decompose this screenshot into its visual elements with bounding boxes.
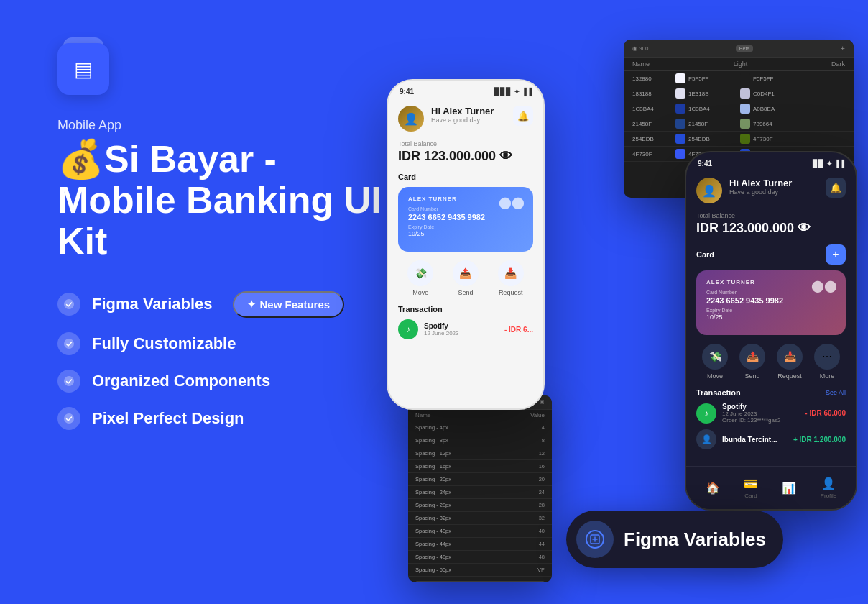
bell-icon-light[interactable]: 🔔: [513, 106, 533, 126]
send-label-dark: Send: [744, 372, 760, 380]
greeting-row-light: 👤 Hi Alex Turner Have a good day 🔔: [398, 106, 533, 132]
card-number-dark: 2243 6652 9435 9982: [706, 296, 836, 305]
move-label-dark: Move: [707, 372, 723, 380]
var-row-7: Spacing - 28px28: [408, 499, 552, 512]
home-icon-dark: 🏠: [706, 481, 720, 495]
transaction-title-light: Transaction: [398, 305, 533, 314]
balance-amount-dark: IDR 123.000.000 👁: [696, 221, 846, 236]
bottom-nav-dark: 🏠 💳 Card 📊 👤 Profile: [686, 466, 856, 509]
svg-point-3: [64, 413, 74, 424]
spotify-icon-dark: ♪: [696, 403, 716, 424]
nav-home-dark[interactable]: 🏠: [706, 481, 720, 495]
action-send-dark[interactable]: 📤 Send: [739, 344, 765, 380]
time-dark: 9:41: [698, 160, 712, 168]
svg-point-0: [64, 299, 74, 309]
phone-dark-content: 👤 Hi Alex Turner Have a good day 🔔 Total…: [686, 172, 856, 461]
check-icon-1: [63, 298, 75, 310]
feature-item-organized: Organized Components: [57, 370, 402, 393]
transaction-name-spotify-dark: Spotify: [722, 403, 805, 411]
action-send-light[interactable]: 📤 Send: [453, 260, 479, 296]
nav-card-dark[interactable]: 💳 Card: [744, 477, 758, 499]
quick-actions-dark: 💸 Move 📤 Send 📥 Request ⋯ More: [696, 344, 846, 380]
balance-label-dark: Total Balance: [696, 212, 846, 219]
action-move-dark[interactable]: 💸 Move: [702, 344, 728, 380]
signal-light: ▊▊▊ ✦ ▐▐: [494, 88, 532, 96]
nav-profile-dark[interactable]: 👤 Profile: [821, 477, 837, 499]
card-section-header-light: Card: [398, 173, 533, 181]
card-number-light: 2243 6652 9435 9982: [408, 213, 523, 221]
figma-row-2: 183188 1E318B C0D4F1: [624, 86, 854, 101]
card-expiry-label-dark: Expiry Date: [706, 308, 836, 313]
card-expiry-label-light: Expiry Date: [408, 224, 523, 229]
transaction-header-dark: Transaction See All: [696, 388, 846, 397]
figma-col-dark: Dark: [831, 60, 845, 68]
app-title-line3: Kit: [57, 220, 107, 262]
check-icon-2: [63, 338, 75, 349]
card-section-header-dark: Card +: [696, 244, 846, 265]
more-label-dark: More: [820, 372, 835, 380]
feature-item-figma-variables: Figma Variables ✦ New Features: [57, 291, 402, 318]
create-variable-btn[interactable]: Create variable: [415, 581, 545, 582]
transaction-amount-ibunda-dark: + IDR 1.200.000: [793, 436, 846, 444]
var-row-1: Spacing - 4px4: [408, 421, 552, 434]
action-move-light[interactable]: 💸 Move: [407, 260, 433, 296]
action-more-dark[interactable]: ⋯ More: [814, 344, 840, 380]
action-request-light[interactable]: 📥 Request: [498, 260, 524, 296]
var-row-9: Spacing - 40px40: [408, 525, 552, 538]
phone-light-content: 👤 Hi Alex Turner Have a good day 🔔 Total…: [388, 100, 543, 351]
transaction-order-spotify-dark: Order ID: 123*****gas2: [722, 417, 805, 424]
check-circle-1: [57, 293, 80, 316]
spotify-icon-light: ♪: [398, 319, 418, 339]
var-row-2: Spacing - 8px8: [408, 434, 552, 447]
variables-col-value: Value: [530, 412, 545, 418]
check-circle-2: [57, 332, 80, 355]
action-request-dark[interactable]: 📥 Request: [777, 344, 803, 380]
send-label-light: Send: [458, 289, 473, 296]
greeting-text-light: Hi Alex Turner Have a good day: [431, 106, 513, 124]
history-icon-dark: 📊: [782, 481, 796, 495]
move-label-light: Move: [412, 289, 428, 296]
figma-col-name: Name: [632, 60, 650, 68]
time-light: 9:41: [400, 88, 414, 96]
figma-variables-badge: Figma Variables: [566, 511, 783, 568]
greeting-row-dark: 👤 Hi Alex Turner Have a good day 🔔: [696, 178, 846, 203]
card-expiry-light: 10/25: [408, 230, 523, 237]
check-circle-3: [57, 370, 80, 393]
app-title-line1: 💰Si Bayar -: [57, 138, 277, 180]
transaction-info-spotify-dark: Spotify 12 June 2023 Order ID: 123*****g…: [722, 403, 805, 424]
check-icon-3: [63, 375, 75, 387]
transaction-title-dark: Transaction: [696, 388, 741, 397]
request-label-dark: Request: [777, 372, 802, 380]
add-card-button[interactable]: +: [826, 244, 846, 265]
transaction-spotify-light: ♪ Spotify 12 June 2023 - IDR 6...: [398, 319, 533, 339]
avatar-light: 👤: [398, 106, 424, 132]
figma-row-1: 132880 F5F5FF F5F5FF: [624, 71, 854, 86]
nav-profile-label-dark: Profile: [821, 493, 837, 499]
greeting-hi-dark: Hi Alex Turner: [729, 178, 826, 188]
send-icon-dark: 📤: [739, 344, 765, 370]
phone-light-mockup: 9:41 ▊▊▊ ✦ ▐▐ 👤 Hi Alex Turner Have a go…: [387, 79, 545, 410]
avatar-dark: 👤: [696, 178, 722, 203]
see-all-dark[interactable]: See All: [826, 389, 846, 396]
wallet-icon: ▤: [74, 58, 93, 81]
phone-dark-mockup: 9:41 ▊▊ ✦ ▐▐ 👤 Hi Alex Turner Have a goo…: [685, 151, 857, 511]
transaction-name-ibunda-dark: Ibunda Tercint...: [722, 436, 793, 444]
nav-history-dark[interactable]: 📊: [782, 481, 796, 495]
svg-point-1: [64, 339, 74, 349]
card-section-title-light: Card: [398, 173, 416, 181]
figma-panel-plus[interactable]: +: [841, 44, 845, 52]
figma-col-light: Light: [734, 60, 748, 68]
feature-item-pixel: Pixel Perfect Design: [57, 407, 402, 430]
balance-amount-light: IDR 123.000.000 👁: [398, 149, 533, 164]
status-bar-dark: 9:41 ▊▊ ✦ ▐▐: [686, 152, 856, 172]
figma-row-3: 1C3BA4 1C3BA4 A0B8EA: [624, 101, 854, 116]
new-features-badge[interactable]: ✦ New Features: [233, 291, 345, 318]
credit-card-light: ALEX TURNER Card Number 2243 6652 9435 9…: [398, 187, 533, 252]
nav-card-label-dark: Card: [744, 493, 757, 499]
var-row-3: Spacing - 12px12: [408, 447, 552, 460]
app-icon: ▤: [57, 43, 109, 95]
bell-icon-dark[interactable]: 🔔: [826, 178, 846, 198]
figma-row-5: 254EDB 254EDB 4F730F: [624, 132, 854, 147]
left-section: ▤ Mobile App 💰Si Bayar - Mobile Banking …: [57, 43, 402, 430]
var-row-6: Spacing - 24px24: [408, 486, 552, 499]
